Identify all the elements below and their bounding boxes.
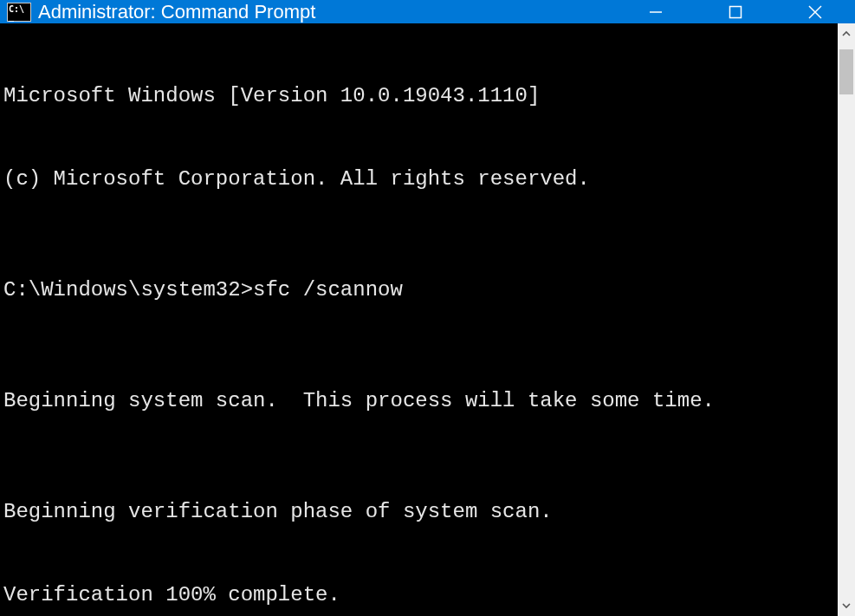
output-line: Microsoft Windows [Version 10.0.19043.11…	[3, 82, 838, 110]
output-line: Beginning system scan. This process will…	[3, 387, 838, 415]
minimize-icon	[648, 4, 664, 20]
output-line: Verification 100% complete.	[3, 581, 838, 609]
cmd-icon	[7, 3, 31, 22]
output-line: C:\Windows\system32>sfc /scannow	[3, 276, 838, 304]
scrollbar-track[interactable]	[838, 44, 855, 595]
maximize-button[interactable]	[696, 0, 775, 23]
scroll-down-button[interactable]	[838, 595, 855, 616]
close-icon	[806, 3, 824, 21]
command-prompt-window: Administrator: Command Prompt Microsoft …	[0, 0, 855, 616]
scroll-up-button[interactable]	[838, 23, 855, 44]
output-line: Beginning verification phase of system s…	[3, 498, 838, 526]
window-title: Administrator: Command Prompt	[38, 1, 315, 23]
output-line: (c) Microsoft Corporation. All rights re…	[3, 165, 838, 193]
chevron-down-icon	[841, 600, 852, 611]
terminal-output[interactable]: Microsoft Windows [Version 10.0.19043.11…	[0, 23, 838, 616]
minimize-button[interactable]	[616, 0, 696, 23]
vertical-scrollbar[interactable]	[838, 23, 855, 616]
chevron-up-icon	[841, 29, 852, 39]
titlebar[interactable]: Administrator: Command Prompt	[0, 0, 855, 23]
close-button[interactable]	[775, 0, 855, 23]
maximize-icon	[729, 5, 742, 19]
client-area: Microsoft Windows [Version 10.0.19043.11…	[0, 23, 855, 616]
scrollbar-thumb[interactable]	[839, 49, 853, 94]
svg-rect-1	[730, 6, 742, 17]
window-controls	[616, 0, 855, 23]
